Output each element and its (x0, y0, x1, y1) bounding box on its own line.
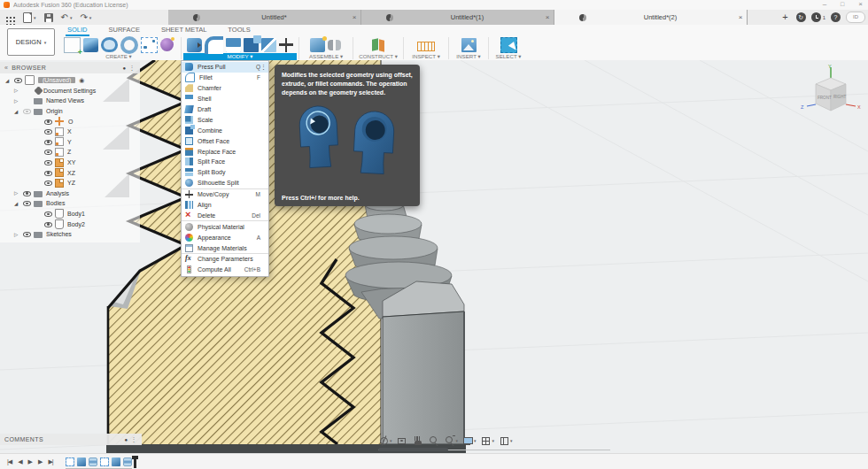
menu-item[interactable]: Delete Del (182, 210, 268, 221)
menu-item[interactable]: Physical Material (182, 221, 268, 232)
tree-row[interactable]: ◢ (Unsaved) ◉ (0, 75, 140, 86)
comments-header[interactable]: COMMENTS ● ⋮ (0, 434, 142, 445)
tree-row[interactable]: O (0, 116, 140, 127)
tree-row[interactable]: ▷ Document Settings (0, 86, 140, 96)
tree-row[interactable]: YZ (0, 178, 140, 188)
help-icon[interactable]: ? (831, 12, 841, 22)
menu-item-more-icon[interactable]: ⋮ (260, 64, 266, 71)
document-tab[interactable]: Untitled*(2) × (554, 10, 748, 25)
joint-icon[interactable] (328, 38, 343, 52)
close-tab-icon[interactable]: × (734, 13, 747, 21)
menu-item[interactable]: Manage Materials (182, 242, 268, 254)
file-menu-button[interactable]: ▾ (23, 12, 36, 23)
job-status-icon[interactable]: ↻ (796, 12, 806, 22)
document-tab[interactable]: Untitled*(1) × (361, 10, 554, 25)
close-tab-icon[interactable]: × (348, 13, 360, 21)
expander-icon[interactable]: ▷ (14, 190, 22, 196)
navbar-tool[interactable] (413, 435, 425, 446)
construct-plane-icon[interactable] (371, 38, 386, 52)
panel-dot-icon[interactable]: ● (125, 437, 128, 442)
menu-item[interactable]: Scale (182, 114, 268, 125)
measure-icon[interactable] (417, 42, 435, 51)
menu-item[interactable]: Compute All Ctrl+B (182, 265, 268, 275)
timeline-playback-button[interactable]: ▶| (48, 458, 52, 465)
menu-item[interactable]: Combine (182, 125, 268, 135)
timeline-feature-icon[interactable] (123, 457, 132, 466)
close-tab-icon[interactable]: × (541, 13, 554, 21)
timeline-feature-icon[interactable] (77, 457, 86, 466)
tree-row[interactable]: ▷ Named Views (0, 96, 140, 106)
revolve-icon[interactable] (101, 37, 118, 52)
timeline-playback-button[interactable]: |◀ (7, 458, 12, 465)
tree-row[interactable]: ◢ Bodies (0, 198, 140, 209)
navbar-scrollbar[interactable] (378, 448, 448, 451)
menu-item[interactable]: Silhouette Split (182, 178, 268, 189)
visibility-eye-icon[interactable] (22, 188, 32, 198)
extrude-icon[interactable] (83, 38, 98, 52)
undo-button[interactable]: ↶ ▾ (61, 13, 73, 22)
save-button[interactable] (44, 13, 53, 22)
create-sketch-icon[interactable] (64, 37, 81, 53)
navbar-tool[interactable]: ▾ (481, 435, 496, 446)
timeline-feature-icon[interactable] (100, 457, 109, 466)
panel-more-icon[interactable]: ⋮ (131, 436, 137, 443)
tree-row[interactable]: X (0, 127, 140, 137)
select-group-label[interactable]: SELECT ▾ (496, 53, 522, 60)
timeline-feature-icon[interactable] (112, 457, 120, 466)
press-pull-icon[interactable] (187, 38, 202, 52)
assemble-group-label[interactable]: ASSEMBLE ▾ (309, 53, 343, 60)
visibility-eye-icon[interactable] (43, 137, 53, 147)
sweep-icon[interactable] (120, 36, 138, 54)
construct-group-label[interactable]: CONSTRUCT ▾ (359, 53, 398, 60)
design-workspace-button[interactable]: DESIGN ▾ (7, 28, 55, 56)
select-icon[interactable] (500, 37, 517, 53)
viewcube[interactable]: Y FRONT RIGHT X Z (799, 63, 863, 127)
expander-icon[interactable]: ◢ (14, 201, 22, 206)
menu-item[interactable]: Fillet F (182, 73, 268, 83)
visibility-eye-icon[interactable] (43, 178, 53, 188)
visibility-eye-icon[interactable] (22, 96, 32, 105)
navbar-tool[interactable]: ▾ (378, 435, 393, 446)
environment-tab[interactable]: TOOLS (226, 25, 252, 36)
visibility-eye-icon[interactable] (22, 198, 32, 208)
navbar-tool[interactable]: ▾ (445, 435, 460, 446)
timeline-marker[interactable] (134, 456, 137, 468)
tree-row[interactable]: ▷ Sketches (0, 229, 140, 240)
timeline-playback-button[interactable]: ▶ (38, 458, 42, 465)
menu-item[interactable]: Change Parameters (182, 254, 268, 265)
document-tab[interactable]: Untitled* × (168, 10, 361, 25)
expander-icon[interactable]: ▷ (14, 232, 22, 237)
visibility-eye-icon[interactable] (43, 209, 53, 219)
navbar-tool[interactable] (429, 435, 441, 446)
visibility-eye-icon[interactable] (22, 229, 32, 239)
visibility-eye-icon[interactable] (43, 147, 53, 157)
menu-item[interactable]: Shell (182, 94, 268, 104)
menu-item[interactable]: Offset Face (182, 135, 268, 146)
environment-tab[interactable]: SURFACE (107, 25, 142, 36)
combine-icon[interactable] (244, 38, 259, 52)
visibility-eye-icon[interactable] (22, 106, 32, 116)
minimize-button[interactable]: – (823, 0, 826, 10)
spline-icon[interactable] (141, 37, 158, 53)
panel-dot-icon[interactable]: ● (123, 65, 127, 71)
timeline-playback-button[interactable]: ◀ (18, 458, 21, 465)
shell-icon[interactable] (226, 38, 241, 52)
menu-item[interactable]: Press Pull Q ⋮ (182, 62, 268, 73)
new-tab-button[interactable]: + (779, 11, 790, 24)
expander-icon[interactable]: ◢ (14, 109, 22, 114)
expander-icon[interactable]: ◢ (5, 78, 13, 83)
tree-row[interactable]: Body2 (0, 219, 140, 229)
visibility-eye-icon[interactable] (43, 117, 53, 127)
collapse-panel-icon[interactable]: « (4, 65, 8, 71)
panel-more-icon[interactable]: ⋮ (129, 65, 136, 72)
tree-row[interactable]: ▷ Analysis (0, 188, 140, 199)
timeline-feature-icon[interactable] (89, 457, 97, 466)
insert-group-label[interactable]: INSERT ▾ (456, 53, 480, 60)
tree-row[interactable]: Z (0, 147, 140, 158)
visibility-eye-icon[interactable] (43, 219, 53, 229)
tree-row[interactable]: XZ (0, 167, 140, 178)
move-icon[interactable] (279, 38, 294, 52)
visibility-eye-icon[interactable] (43, 158, 53, 167)
avatar[interactable]: ID (846, 12, 865, 23)
timeline-feature-icon[interactable] (66, 457, 74, 466)
